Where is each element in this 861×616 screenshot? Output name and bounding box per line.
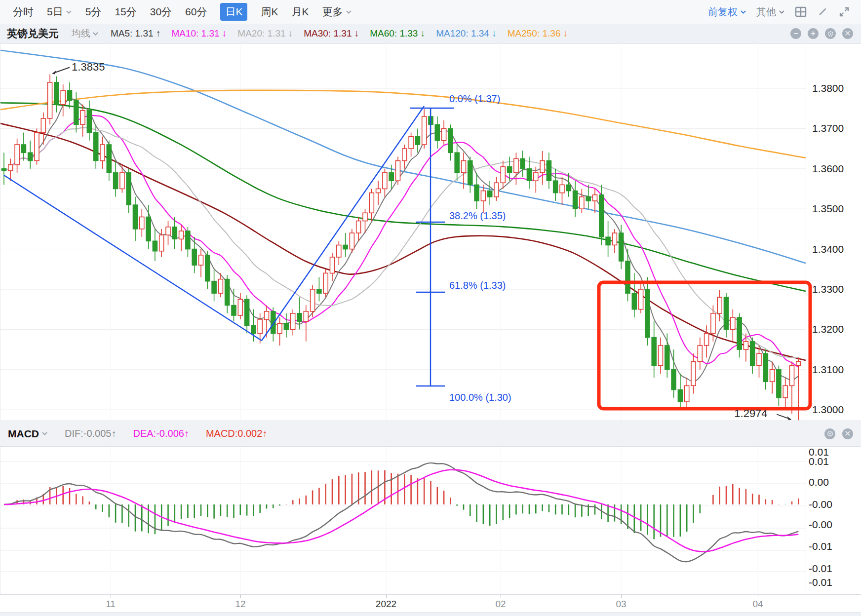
- candle: [474, 185, 479, 201]
- candle: [501, 167, 505, 183]
- time-axis: 11122022020304: [0, 594, 861, 613]
- tab-15分[interactable]: 15分: [115, 5, 136, 19]
- chevron-down-icon: [740, 10, 746, 14]
- candle: [21, 145, 26, 153]
- month-label-04: 04: [752, 599, 763, 610]
- fib-trend-line[interactable]: [262, 106, 424, 341]
- indicator-controls: −+✕: [790, 28, 861, 39]
- candle: [133, 205, 138, 229]
- candle: [619, 233, 624, 261]
- candle: [74, 100, 78, 124]
- close-icon[interactable]: ✕: [842, 28, 853, 39]
- macd-axis-label: -0.00: [809, 499, 832, 510]
- candle: [212, 281, 216, 293]
- main-chart[interactable]: 0.0% (1.37)38.2% (1.35)61.8% (1.33)100.0…: [0, 43, 861, 421]
- candle: [350, 233, 354, 249]
- tab-5分[interactable]: 5分: [85, 5, 102, 19]
- ma-readout-MA30: MA30: 1.31 ↓: [304, 28, 359, 39]
- candle: [731, 317, 735, 329]
- macd-header: MACD DIF:-0.005↑ DEA:-0.006↑ MACD:0.002↑…: [0, 421, 861, 447]
- tab-日K[interactable]: 日K: [220, 3, 247, 21]
- settings-icon[interactable]: [824, 428, 835, 439]
- candle: [763, 353, 768, 382]
- menu-其他[interactable]: 其他: [756, 5, 785, 19]
- candle: [179, 231, 184, 239]
- candle: [120, 173, 124, 189]
- tab-周K[interactable]: 周K: [261, 5, 278, 19]
- tab-更多[interactable]: 更多: [322, 5, 352, 19]
- candle: [508, 167, 512, 173]
- chevron-down-icon: [66, 10, 72, 14]
- tab-分时[interactable]: 分时: [13, 5, 34, 19]
- month-tick: [758, 595, 758, 598]
- close-icon[interactable]: ✕: [842, 428, 853, 439]
- layout-grid-icon[interactable]: [795, 6, 807, 18]
- candle: [218, 279, 223, 294]
- candle: [593, 195, 597, 201]
- candle: [323, 273, 328, 293]
- candle: [304, 311, 308, 321]
- candle: [494, 183, 499, 197]
- candle: [790, 366, 794, 386]
- fib-label: 61.8% (1.33): [449, 280, 506, 291]
- zoom-in-icon[interactable]: +: [808, 28, 819, 39]
- month-label-11: 11: [106, 599, 116, 610]
- timeframe-tabs: 分时5日5分15分30分60分日K周K月K更多: [0, 3, 352, 21]
- candle: [612, 233, 617, 245]
- tab-60分[interactable]: 60分: [185, 5, 207, 19]
- pen-icon[interactable]: [817, 6, 828, 18]
- fib-label: 38.2% (1.35): [449, 210, 506, 221]
- candle: [606, 237, 610, 245]
- candle: [277, 323, 282, 333]
- tab-30分[interactable]: 30分: [150, 5, 172, 19]
- fib-label: 100.0% (1.30): [449, 392, 511, 403]
- price-axis-label: 1.3000: [812, 404, 844, 415]
- month-label-02: 02: [495, 599, 506, 610]
- candle: [35, 133, 39, 161]
- candle: [28, 153, 33, 160]
- candle: [678, 390, 682, 402]
- candle: [796, 362, 801, 366]
- candle: [238, 299, 242, 315]
- tab-5日[interactable]: 5日: [47, 5, 72, 19]
- candle: [468, 161, 472, 185]
- fullscreen-icon[interactable]: [838, 6, 850, 18]
- candle: [737, 317, 742, 349]
- candle: [711, 313, 715, 334]
- price-axis-label: 1.3400: [812, 243, 844, 255]
- candle: [389, 173, 393, 181]
- macd-panel-controls: ✕: [824, 428, 861, 439]
- candle: [369, 193, 374, 213]
- menu-前复权[interactable]: 前复权: [708, 5, 746, 19]
- candle: [8, 165, 13, 171]
- candle: [520, 158, 525, 168]
- macd-axis-label: -0.01: [809, 563, 832, 574]
- candle: [330, 257, 335, 273]
- candle: [363, 213, 367, 221]
- candle: [553, 181, 558, 192]
- candle: [140, 217, 144, 229]
- candle: [462, 161, 466, 173]
- candle: [422, 116, 427, 145]
- candle: [442, 128, 446, 140]
- tab-月K[interactable]: 月K: [291, 5, 309, 19]
- ma-selector[interactable]: 均线: [72, 27, 99, 40]
- price-axis-label: 1.3800: [812, 82, 844, 94]
- toolbar: 分时5日5分15分30分60分日K周K月K更多 前复权其他: [0, 0, 861, 24]
- candle: [396, 161, 400, 181]
- zoom-out-icon[interactable]: −: [790, 28, 801, 39]
- candle: [114, 173, 118, 189]
- price-axis-label: 1.3300: [812, 283, 844, 295]
- candle: [94, 133, 98, 161]
- settings-icon[interactable]: [825, 28, 836, 39]
- candle: [704, 334, 709, 346]
- candle: [652, 338, 656, 366]
- macd-chart[interactable]: 0.010.010.00-0.00-0.00-0.01-0.01-0.01: [0, 447, 861, 594]
- candle: [251, 325, 256, 333]
- dif-line: [4, 463, 798, 562]
- price-axis-label: 1.3500: [812, 203, 844, 214]
- candle: [560, 185, 564, 192]
- chevron-down-icon: [92, 32, 99, 36]
- candle: [599, 195, 604, 237]
- candle: [671, 370, 676, 390]
